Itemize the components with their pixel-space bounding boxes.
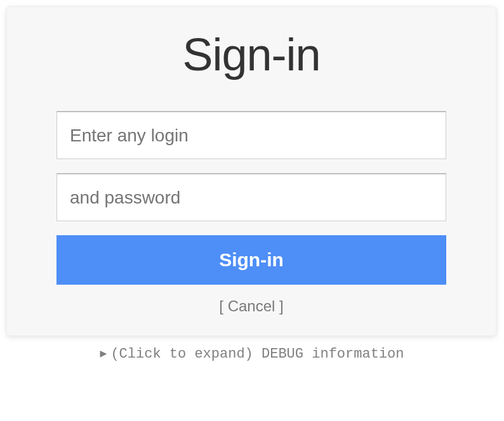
login-input[interactable] xyxy=(56,111,446,159)
chevron-right-icon: ▶ xyxy=(100,346,107,360)
page-title: Sign-in xyxy=(56,29,446,81)
signin-card: Sign-in Sign-in [ Cancel ] xyxy=(6,6,496,336)
password-input[interactable] xyxy=(56,173,446,221)
debug-label: (Click to expand) DEBUG information xyxy=(110,346,404,362)
debug-toggle[interactable]: ▶(Click to expand) DEBUG information xyxy=(6,346,498,362)
cancel-link[interactable]: [ Cancel ] xyxy=(56,297,446,315)
signin-button[interactable]: Sign-in xyxy=(56,235,446,285)
